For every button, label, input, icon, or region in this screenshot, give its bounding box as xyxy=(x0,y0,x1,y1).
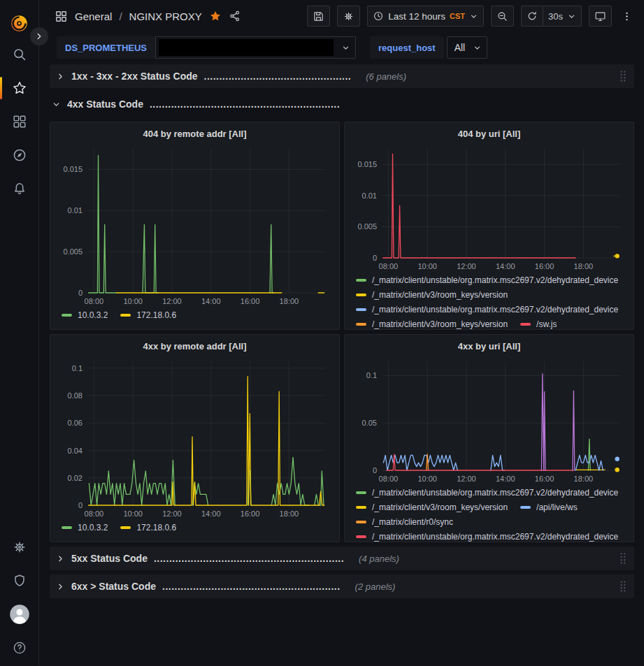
breadcrumb-separator: / xyxy=(119,10,122,22)
request-host-variable-value: All xyxy=(448,42,468,53)
legend-swatch xyxy=(356,294,366,296)
zoom-out-button[interactable] xyxy=(491,6,514,27)
breadcrumb-section[interactable]: General xyxy=(75,10,112,22)
legend-item[interactable]: /api/live/ws xyxy=(520,502,578,512)
chevron-down-icon xyxy=(468,43,487,52)
svg-text:0: 0 xyxy=(373,254,377,262)
row-4xx[interactable]: 4xx Status Code ........................… xyxy=(50,92,634,116)
svg-text:12:00: 12:00 xyxy=(162,297,182,305)
legend-item[interactable]: /sw.js xyxy=(520,319,557,329)
legend-swatch xyxy=(520,323,531,326)
svg-text:16:00: 16:00 xyxy=(241,509,260,518)
row-5xx[interactable]: 5xx Status Code ........................… xyxy=(50,546,634,570)
chart-legend: /_matrix/client/unstable/org.matrix.msc2… xyxy=(352,273,627,329)
svg-text:16:00: 16:00 xyxy=(241,297,260,305)
drag-handle-icon[interactable] xyxy=(617,551,628,566)
panel-title[interactable]: 404 by remote addr [All] xyxy=(57,126,332,143)
refresh-controls: 30s xyxy=(521,6,582,27)
svg-text:08:00: 08:00 xyxy=(85,509,104,518)
monitor-icon xyxy=(594,10,606,22)
legend-item[interactable]: /_matrix/client/v3/room_keys/version xyxy=(356,319,508,329)
redacted-value xyxy=(159,39,334,56)
legend-swatch xyxy=(356,308,366,311)
timeseries-chart[interactable]: 08:0010:0012:0014:0016:0018:0000.050.1 xyxy=(352,356,627,486)
refresh-icon xyxy=(527,10,538,22)
svg-text:10:00: 10:00 xyxy=(123,509,143,518)
legend-item[interactable]: 10.0.3.2 xyxy=(62,523,108,533)
sidebar-item-help[interactable] xyxy=(0,631,38,665)
share-button[interactable] xyxy=(229,10,241,22)
refresh-interval-dropdown[interactable]: 30s xyxy=(543,6,582,27)
datasource-variable-select[interactable] xyxy=(155,36,356,59)
svg-text:18:00: 18:00 xyxy=(574,262,594,270)
sidebar-item-configuration[interactable] xyxy=(0,530,38,564)
time-range-picker[interactable]: Last 12 hours CST xyxy=(367,6,484,27)
request-host-variable-select[interactable]: All xyxy=(447,36,488,59)
favorite-star-button[interactable] xyxy=(209,10,222,22)
row-title-dots: ........................................… xyxy=(150,99,340,110)
svg-text:0.1: 0.1 xyxy=(72,364,83,372)
variable-request-host: request_host All xyxy=(370,36,487,59)
refresh-button[interactable] xyxy=(521,6,543,27)
row-6xx[interactable]: 6xx > Status Code ......................… xyxy=(50,574,634,598)
variable-datasource: DS_PROMETHEUS xyxy=(57,36,356,59)
legend-item[interactable]: /_matrix/client/unstable/org.matrix.msc2… xyxy=(356,488,618,498)
breadcrumb-title[interactable]: NGINX PROXY xyxy=(129,10,202,22)
chart-legend: 10.0.3.2172.18.0.6 xyxy=(57,521,332,533)
svg-text:0.01: 0.01 xyxy=(362,191,377,200)
chevron-right-icon xyxy=(34,31,44,41)
save-dashboard-button[interactable] xyxy=(307,6,330,27)
svg-text:10:00: 10:00 xyxy=(417,475,437,483)
legend-item[interactable]: /_matrix/client/v3/room_keys/version xyxy=(356,502,508,512)
timeseries-chart[interactable]: 08:0010:0012:0014:0016:0018:0000.0050.01… xyxy=(57,143,332,308)
more-options-button[interactable] xyxy=(619,6,634,27)
svg-text:18:00: 18:00 xyxy=(574,475,594,483)
legend-item[interactable]: /_matrix/client/v3/room_keys/version xyxy=(356,290,508,300)
svg-text:0: 0 xyxy=(78,289,83,297)
legend-item[interactable]: /_matrix/client/unstable/org.matrix.msc2… xyxy=(356,275,618,285)
sidebar-item-explore[interactable] xyxy=(0,138,38,172)
svg-text:08:00: 08:00 xyxy=(379,475,399,483)
row-title-dots: ........................................… xyxy=(162,581,341,592)
timeseries-chart[interactable]: 08:0010:0012:0014:0016:0018:0000.020.040… xyxy=(57,356,332,521)
legend-item[interactable]: 10.0.3.2 xyxy=(62,310,108,320)
gear-icon xyxy=(343,10,355,22)
svg-text:0.01: 0.01 xyxy=(68,206,83,215)
panel-title[interactable]: 4xx by remote addr [All] xyxy=(57,339,332,356)
drag-handle-icon[interactable] xyxy=(617,579,628,594)
legend-item[interactable]: /_matrix/client/unstable/org.matrix.msc2… xyxy=(356,532,618,542)
row-panel-count: (2 panels) xyxy=(355,581,396,592)
chevron-down-icon xyxy=(52,100,61,109)
dashboard-grid-icon[interactable] xyxy=(55,10,68,23)
cycle-view-mode-button[interactable] xyxy=(589,6,612,27)
sidebar-item-server-admin[interactable] xyxy=(0,564,38,598)
share-icon xyxy=(229,10,241,22)
legend-label: /_matrix/client/v3/room_keys/version xyxy=(372,290,508,300)
sidebar-expand-button[interactable] xyxy=(30,27,48,45)
legend-label: /_matrix/client/unstable/org.matrix.msc2… xyxy=(372,532,618,542)
request-host-variable-label[interactable]: request_host xyxy=(370,36,444,59)
legend-swatch xyxy=(356,506,366,509)
svg-text:14:00: 14:00 xyxy=(496,475,515,483)
bell-icon xyxy=(12,181,27,196)
drag-handle-icon[interactable] xyxy=(617,68,628,84)
legend-item[interactable]: 172.18.0.6 xyxy=(120,523,176,533)
timeseries-chart[interactable]: 08:0010:0012:0014:0016:0018:0000.0050.01… xyxy=(352,143,627,273)
legend-item[interactable]: /_matrix/client/r0/sync xyxy=(356,517,453,527)
panel-title[interactable]: 4xx by uri [All] xyxy=(352,339,627,356)
dashboard-settings-button[interactable] xyxy=(337,6,360,27)
svg-text:18:00: 18:00 xyxy=(280,297,299,305)
sidebar-item-starred[interactable] xyxy=(0,71,38,105)
sidebar-item-dashboards[interactable] xyxy=(0,105,38,138)
legend-swatch xyxy=(356,535,366,538)
sidebar-item-profile[interactable] xyxy=(0,598,38,631)
legend-item[interactable]: 172.18.0.6 xyxy=(120,310,176,320)
svg-text:10:00: 10:00 xyxy=(417,262,437,270)
save-icon xyxy=(313,10,324,22)
datasource-variable-label[interactable]: DS_PROMETHEUS xyxy=(57,36,155,59)
legend-item[interactable]: /_matrix/client/unstable/org.matrix.msc2… xyxy=(356,305,618,314)
row-1xx-3xx-2xx[interactable]: 1xx - 3xx - 2xx Status Code ............… xyxy=(50,64,634,88)
legend-label: /_matrix/client/v3/room_keys/version xyxy=(372,319,508,329)
panel-title[interactable]: 404 by uri [All] xyxy=(352,126,627,143)
sidebar-item-alerting[interactable] xyxy=(0,172,38,205)
